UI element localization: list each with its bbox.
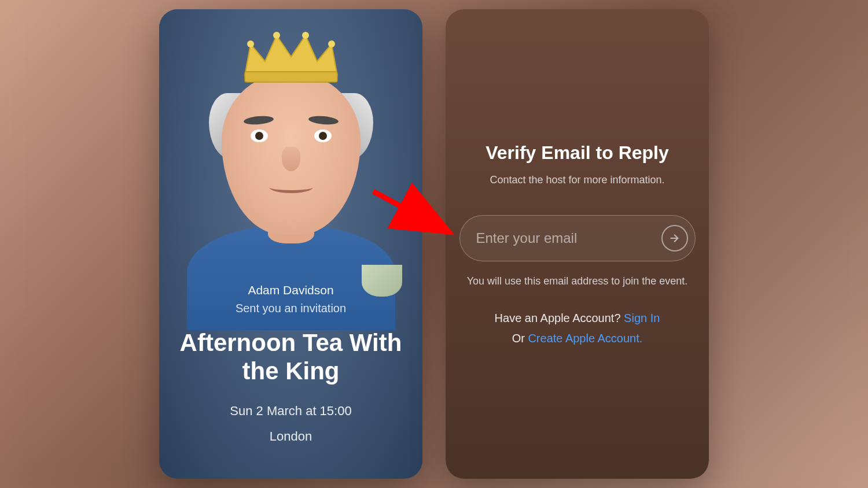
svg-point-3 [302,32,309,39]
arrow-right-icon [668,232,681,245]
have-account-line: Have an Apple Account? Sign In [495,312,660,325]
svg-rect-0 [245,72,337,82]
host-name: Adam Davidson [176,283,405,297]
submit-email-button[interactable] [661,225,688,252]
invitation-subtext: Sent you an invitation [176,302,405,315]
event-datetime: Sun 2 March at 15:00 [176,404,405,419]
verify-subtitle: Contact the host for more information. [490,174,664,186]
verify-title: Verify Email to Reply [486,142,669,164]
or-text: Or [512,332,528,345]
create-account-link[interactable]: Create Apple Account. [528,332,642,345]
email-note: You will use this email address to join … [467,275,688,287]
crown-icon [233,21,349,90]
verify-email-card: Verify Email to Reply Contact the host f… [446,9,709,479]
email-input[interactable] [476,230,661,246]
have-account-text: Have an Apple Account? [495,312,624,324]
svg-point-1 [247,40,254,47]
event-title: Afternoon Tea With the King [176,329,405,385]
create-account-line: Or Create Apple Account. [512,332,643,345]
event-location: London [176,429,405,444]
svg-point-2 [273,32,280,39]
sign-in-link[interactable]: Sign In [624,312,660,324]
svg-point-4 [328,40,335,47]
invitation-card: Adam Davidson Sent you an invitation Aft… [159,9,422,479]
email-input-container [459,215,696,261]
